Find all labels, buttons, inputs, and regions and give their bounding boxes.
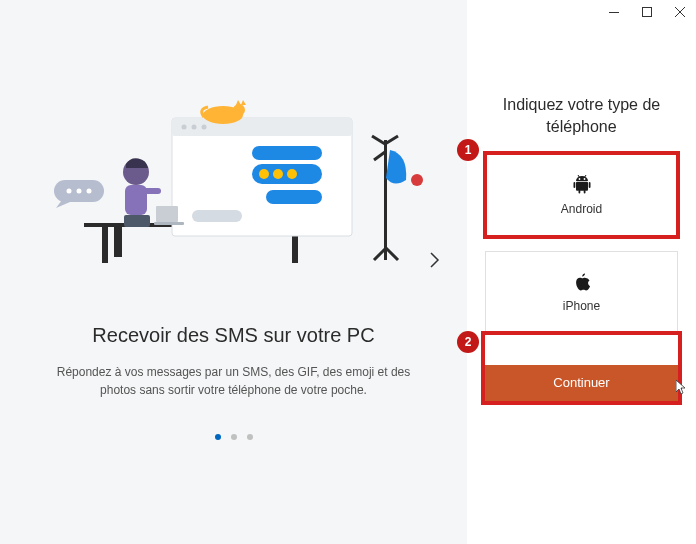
svg-rect-42 <box>578 190 580 194</box>
svg-point-25 <box>66 189 71 194</box>
svg-point-32 <box>411 174 423 186</box>
minimize-icon <box>609 12 619 13</box>
maximize-icon <box>642 7 652 17</box>
svg-rect-4 <box>172 118 352 136</box>
svg-rect-43 <box>583 190 585 194</box>
svg-rect-34 <box>642 8 651 17</box>
carousel-subtitle: Répondez à vos messages par un SMS, des … <box>40 363 427 399</box>
window-controls <box>597 0 696 28</box>
svg-point-37 <box>578 178 580 180</box>
svg-rect-19 <box>143 188 161 194</box>
svg-point-16 <box>233 104 245 116</box>
svg-point-6 <box>191 125 196 130</box>
svg-line-29 <box>372 136 385 144</box>
continue-button[interactable]: Continuer <box>485 365 678 401</box>
svg-point-38 <box>583 178 585 180</box>
close-icon <box>675 7 685 17</box>
svg-point-7 <box>201 125 206 130</box>
svg-rect-13 <box>266 190 322 204</box>
illustration-image <box>44 68 424 268</box>
carousel-dot[interactable] <box>231 434 237 440</box>
svg-point-5 <box>181 125 186 130</box>
selection-panel: Indiquez votre type de téléphone 1 Andro… <box>467 0 696 544</box>
carousel-dot[interactable] <box>215 434 221 440</box>
svg-point-12 <box>287 169 297 179</box>
svg-rect-1 <box>102 227 108 263</box>
phone-option-iphone[interactable]: iPhone <box>485 251 678 335</box>
svg-rect-40 <box>573 182 575 188</box>
svg-point-27 <box>86 189 91 194</box>
svg-rect-39 <box>576 182 588 191</box>
carousel-title: Recevoir des SMS sur votre PC <box>40 324 427 347</box>
svg-rect-28 <box>384 140 387 260</box>
android-icon <box>573 174 591 194</box>
carousel-dots <box>215 434 253 440</box>
carousel-panel: Recevoir des SMS sur votre PC Répondez à… <box>0 0 467 544</box>
phone-option-android[interactable]: Android <box>485 153 678 237</box>
svg-rect-21 <box>114 227 122 257</box>
svg-point-10 <box>259 169 269 179</box>
carousel-next-button[interactable] <box>423 248 447 272</box>
chevron-right-icon <box>430 252 440 268</box>
svg-rect-41 <box>588 182 590 188</box>
annotation-badge-1: 1 <box>457 139 479 161</box>
option-label: Android <box>561 202 602 216</box>
svg-line-31 <box>374 152 385 160</box>
panel-title: Indiquez votre type de téléphone <box>485 94 678 139</box>
annotation-badge-2: 2 <box>457 331 479 353</box>
svg-rect-22 <box>156 206 178 222</box>
maximize-button[interactable] <box>630 0 663 24</box>
svg-rect-14 <box>192 210 242 222</box>
carousel-dot[interactable] <box>247 434 253 440</box>
option-label: iPhone <box>563 299 600 313</box>
svg-point-26 <box>76 189 81 194</box>
svg-point-11 <box>273 169 283 179</box>
apple-icon <box>574 273 590 291</box>
svg-rect-33 <box>609 12 619 13</box>
svg-rect-23 <box>154 222 184 225</box>
close-button[interactable] <box>663 0 696 24</box>
svg-rect-20 <box>124 215 150 227</box>
cursor-icon <box>676 380 688 396</box>
svg-rect-8 <box>252 146 322 160</box>
minimize-button[interactable] <box>597 0 630 24</box>
